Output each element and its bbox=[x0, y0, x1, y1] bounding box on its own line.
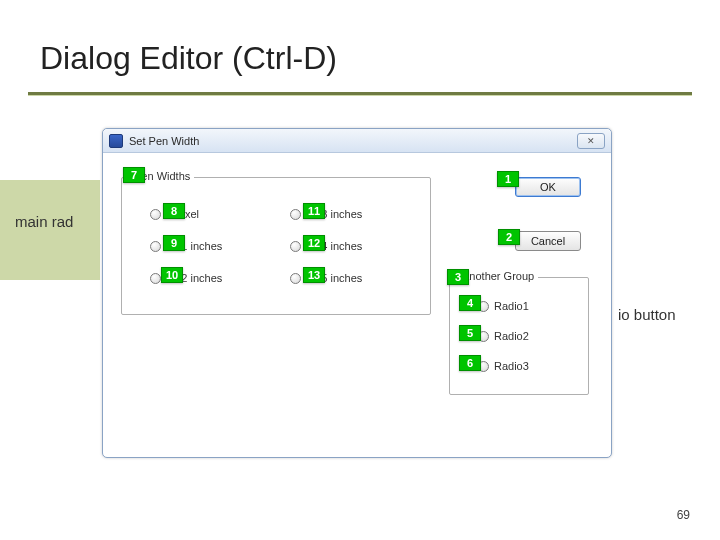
callout-5: 5 bbox=[459, 325, 481, 341]
radio-icon bbox=[290, 241, 301, 252]
radio-0-04-inches[interactable]: 0.04 inches bbox=[290, 240, 362, 252]
callout-11: 11 bbox=[303, 203, 325, 219]
ok-button[interactable]: OK bbox=[515, 177, 581, 197]
radio-label: Radio2 bbox=[494, 330, 529, 342]
cancel-button[interactable]: Cancel bbox=[515, 231, 581, 251]
window-title: Set Pen Width bbox=[129, 135, 199, 147]
titlebar[interactable]: Set Pen Width ✕ bbox=[103, 129, 611, 153]
callout-12: 12 bbox=[303, 235, 325, 251]
button-label: OK bbox=[540, 181, 556, 193]
radio-radio3[interactable]: Radio3 bbox=[478, 360, 529, 372]
groupbox-legend-other: Another Group bbox=[458, 270, 538, 282]
dialog-window: Set Pen Width ✕ Pen Widths 1 Pixel 0.01 … bbox=[102, 128, 612, 458]
right-cropped-text: io button bbox=[618, 306, 676, 323]
page-title: Dialog Editor (Ctrl-D) bbox=[40, 40, 337, 77]
close-button[interactable]: ✕ bbox=[577, 133, 605, 149]
radio-icon bbox=[150, 273, 161, 284]
radio-0-03-inches[interactable]: 0.03 inches bbox=[290, 208, 362, 220]
callout-10: 10 bbox=[161, 267, 183, 283]
radio-icon bbox=[290, 273, 301, 284]
callout-13: 13 bbox=[303, 267, 325, 283]
radio-0-05-inches[interactable]: 0.05 inches bbox=[290, 272, 362, 284]
callout-1: 1 bbox=[497, 171, 519, 187]
radio-icon bbox=[290, 209, 301, 220]
callout-3: 3 bbox=[447, 269, 469, 285]
page-number: 69 bbox=[677, 508, 690, 522]
radio-label: Radio3 bbox=[494, 360, 529, 372]
radio-radio2[interactable]: Radio2 bbox=[478, 330, 529, 342]
callout-2: 2 bbox=[498, 229, 520, 245]
radio-icon bbox=[150, 241, 161, 252]
radio-0-01-inches[interactable]: 0.01 inches bbox=[150, 240, 222, 252]
callout-8: 8 bbox=[163, 203, 185, 219]
accent-band bbox=[0, 180, 100, 280]
radio-radio1[interactable]: Radio1 bbox=[478, 300, 529, 312]
radio-label: Radio1 bbox=[494, 300, 529, 312]
title-underline-light bbox=[28, 95, 692, 96]
callout-7: 7 bbox=[123, 167, 145, 183]
close-icon: ✕ bbox=[587, 136, 595, 146]
radio-icon bbox=[150, 209, 161, 220]
callout-9: 9 bbox=[163, 235, 185, 251]
callout-4: 4 bbox=[459, 295, 481, 311]
callout-6: 6 bbox=[459, 355, 481, 371]
button-label: Cancel bbox=[531, 235, 565, 247]
left-cropped-text: main rad bbox=[15, 213, 73, 230]
app-icon bbox=[109, 134, 123, 148]
